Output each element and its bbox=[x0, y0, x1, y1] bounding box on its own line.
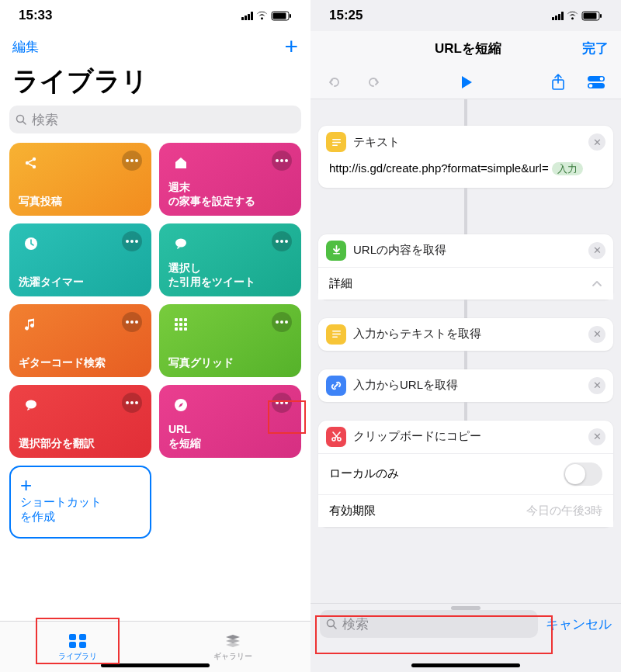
svg-line-4 bbox=[23, 121, 26, 124]
shortcut-tile-guitar-chord[interactable]: ギターコード検索 bbox=[9, 304, 151, 377]
action-get-urls-from-input[interactable]: 入力からURLを取得 ✕ bbox=[318, 369, 613, 402]
svg-rect-18 bbox=[184, 327, 187, 331]
shortcut-tile-photo-grid[interactable]: 写真グリッド bbox=[159, 304, 301, 377]
done-button[interactable]: 完了 bbox=[582, 40, 609, 57]
drag-handle[interactable] bbox=[451, 606, 480, 610]
compass-icon bbox=[168, 393, 193, 417]
search-placeholder: 検索 bbox=[342, 615, 369, 633]
svg-rect-2 bbox=[290, 14, 291, 18]
settings-toggle-button[interactable] bbox=[587, 75, 605, 89]
variable-pill[interactable]: 入力 bbox=[552, 162, 583, 175]
chevron-up-icon bbox=[592, 280, 602, 287]
delete-action-button[interactable]: ✕ bbox=[588, 133, 605, 151]
expiry-row[interactable]: 有効期限今日の午後3時 bbox=[318, 494, 613, 527]
redo-button[interactable] bbox=[365, 74, 382, 91]
svg-rect-11 bbox=[179, 318, 182, 321]
gallery-icon bbox=[223, 632, 243, 649]
page-title: ライブラリ bbox=[0, 62, 310, 106]
link-icon bbox=[326, 376, 346, 396]
chat-icon bbox=[19, 393, 43, 417]
tile-label: ギターコード検索 bbox=[19, 355, 142, 369]
more-icon[interactable] bbox=[272, 231, 292, 251]
shortcut-tile-laundry-timer[interactable]: 洗濯タイマー bbox=[9, 223, 151, 296]
search-icon bbox=[16, 114, 27, 126]
svg-point-19 bbox=[26, 400, 36, 409]
action-get-url-contents[interactable]: URLの内容を取得 ✕ 詳細 bbox=[318, 234, 613, 300]
undo-button[interactable] bbox=[326, 74, 343, 91]
delete-action-button[interactable]: ✕ bbox=[588, 242, 605, 259]
toggle-switch[interactable] bbox=[564, 462, 602, 486]
svg-rect-12 bbox=[184, 318, 187, 321]
svg-rect-15 bbox=[184, 323, 187, 326]
details-row[interactable]: 詳細 bbox=[318, 268, 613, 300]
more-icon[interactable] bbox=[272, 393, 292, 413]
scissors-icon bbox=[326, 427, 346, 447]
svg-rect-16 bbox=[175, 327, 178, 331]
tile-label: 洗濯タイマー bbox=[19, 275, 142, 289]
tile-label: 選択部分を翻訳 bbox=[19, 436, 142, 450]
delete-action-button[interactable]: ✕ bbox=[588, 377, 605, 394]
home-indicator[interactable] bbox=[411, 663, 520, 667]
svg-rect-1 bbox=[273, 12, 286, 19]
status-bar: 15:33 bbox=[0, 0, 310, 31]
local-only-row[interactable]: ローカルのみ bbox=[318, 454, 613, 494]
action-title: テキスト bbox=[353, 135, 400, 150]
shortcut-tile-url-shorten[interactable]: URL を短縮 bbox=[159, 385, 301, 458]
tile-label: 写真投稿 bbox=[19, 194, 142, 208]
more-icon[interactable] bbox=[122, 312, 142, 332]
tile-label: 選択し た引用をツイート bbox=[168, 261, 292, 289]
more-icon[interactable] bbox=[122, 393, 142, 413]
search-icon bbox=[326, 618, 338, 630]
svg-rect-10 bbox=[175, 318, 178, 321]
svg-rect-22 bbox=[79, 634, 86, 640]
shortcut-tile-tweet-quote[interactable]: 選択し た引用をツイート bbox=[159, 223, 301, 296]
action-copy-clipboard[interactable]: クリップボードにコピー ✕ ローカルのみ 有効期限今日の午後3時 bbox=[318, 421, 613, 527]
wifi-icon bbox=[566, 11, 579, 20]
header-title: URLを短縮 bbox=[435, 40, 501, 57]
share-button[interactable] bbox=[551, 74, 565, 91]
more-icon[interactable] bbox=[122, 151, 142, 171]
text-icon bbox=[326, 132, 346, 152]
play-button[interactable] bbox=[460, 74, 474, 90]
search-input[interactable]: 検索 bbox=[9, 106, 301, 133]
delete-action-button[interactable]: ✕ bbox=[588, 326, 605, 343]
cellular-icon bbox=[241, 12, 253, 20]
cancel-button[interactable]: キャンセル bbox=[546, 615, 612, 633]
shortcut-tile-photo-post[interactable]: 写真投稿 bbox=[9, 143, 151, 216]
home-icon bbox=[168, 151, 193, 175]
more-icon[interactable] bbox=[272, 312, 292, 332]
svg-rect-14 bbox=[179, 323, 182, 326]
cellular-icon bbox=[552, 12, 564, 20]
chat-icon bbox=[168, 231, 193, 256]
action-get-text-from-input[interactable]: 入力からテキストを取得 ✕ bbox=[318, 318, 613, 351]
search-input[interactable]: 検索 bbox=[320, 610, 538, 638]
shortcut-tile-weekend-chores[interactable]: 週末 の家事を設定する bbox=[159, 143, 301, 216]
library-icon bbox=[68, 632, 88, 649]
wifi-icon bbox=[255, 11, 269, 20]
svg-rect-36 bbox=[333, 253, 340, 255]
more-icon[interactable] bbox=[272, 151, 292, 171]
action-text[interactable]: テキスト ✕ http://is.gd/create.php?format=si… bbox=[318, 126, 613, 188]
tab-label: ギャラリー bbox=[213, 651, 252, 662]
edit-button[interactable]: 編集 bbox=[12, 38, 39, 56]
tile-label: 写真グリッド bbox=[168, 355, 292, 369]
add-button[interactable]: + bbox=[284, 33, 298, 60]
svg-rect-26 bbox=[584, 12, 597, 19]
grid-icon bbox=[168, 312, 193, 337]
clock-icon bbox=[19, 231, 43, 256]
home-indicator[interactable] bbox=[101, 663, 210, 667]
create-shortcut-button[interactable]: + ショートカット を作成 bbox=[9, 466, 151, 539]
svg-rect-37 bbox=[332, 331, 341, 332]
svg-rect-35 bbox=[332, 144, 338, 146]
search-placeholder: 検索 bbox=[32, 111, 58, 129]
svg-rect-24 bbox=[79, 642, 86, 648]
more-icon[interactable] bbox=[122, 231, 142, 251]
text-body[interactable]: http://is.gd/create.php?format=simple&ur… bbox=[318, 158, 613, 188]
action-title: クリップボードにコピー bbox=[353, 429, 481, 444]
svg-rect-17 bbox=[179, 327, 182, 331]
svg-rect-27 bbox=[600, 14, 602, 18]
delete-action-button[interactable]: ✕ bbox=[588, 428, 605, 445]
shortcut-tile-translate-selection[interactable]: 選択部分を翻訳 bbox=[9, 385, 151, 458]
tab-label: ライブラリ bbox=[58, 651, 97, 662]
music-icon bbox=[19, 312, 43, 337]
